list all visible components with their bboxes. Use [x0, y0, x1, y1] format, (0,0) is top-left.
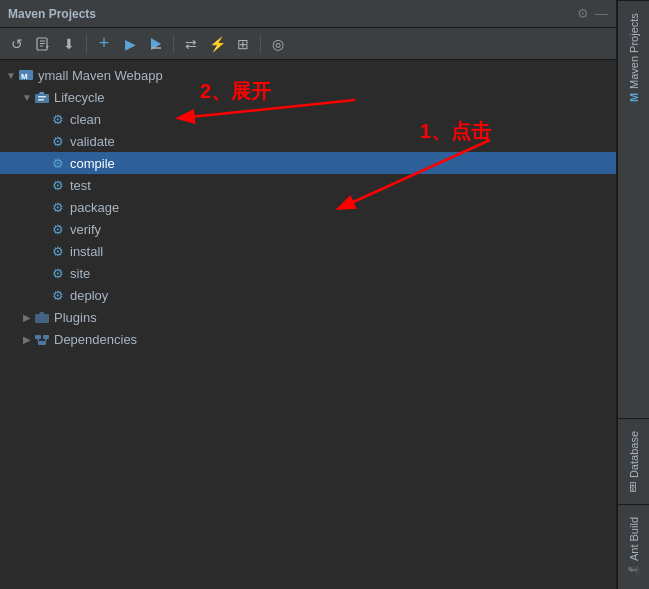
grid-button[interactable]: ⊞	[232, 33, 254, 55]
settings-title-icon[interactable]: ⚙	[577, 6, 589, 21]
sidebar-tab-maven-label: Maven Projects	[628, 13, 640, 89]
sidebar-tab-maven[interactable]: M Maven Projects	[618, 0, 649, 114]
sidebar-tab-ant[interactable]: 🐜 Ant Build	[618, 504, 649, 589]
spark-button[interactable]: ⚡	[206, 33, 228, 55]
add-button[interactable]: +	[93, 33, 115, 55]
title-bar: Maven Projects ⚙ —	[0, 0, 616, 28]
test-item[interactable]: ⚙ test	[0, 174, 616, 196]
clean-item[interactable]: ⚙ clean	[0, 108, 616, 130]
refresh-button[interactable]: ↺	[6, 33, 28, 55]
install-item[interactable]: ⚙ install	[0, 240, 616, 262]
sidebar-tab-database[interactable]: 🗄 Database	[618, 418, 649, 504]
package-icon: ⚙	[50, 199, 66, 215]
site-item[interactable]: ⚙ site	[0, 262, 616, 284]
install-label: install	[70, 244, 103, 259]
svg-rect-9	[38, 96, 46, 98]
panel-title: Maven Projects	[8, 7, 96, 21]
compile-icon: ⚙	[50, 155, 66, 171]
dependencies-expand-arrow[interactable]	[20, 332, 34, 346]
download-button[interactable]: ⬇	[58, 33, 80, 55]
maven-projects-panel: Maven Projects ⚙ — ↺ ⬇ + ▶	[0, 0, 617, 589]
svg-rect-14	[38, 341, 46, 345]
right-sidebar: M Maven Projects 🗄 Database 🐜 Ant Build	[617, 0, 649, 589]
tree-area: M ymall Maven Webapp Lifecycle ⚙ clean	[0, 60, 616, 589]
reimport-button[interactable]	[32, 33, 54, 55]
dependencies-label: Dependencies	[54, 332, 137, 347]
toggle-button[interactable]: ⇄	[180, 33, 202, 55]
sidebar-tab-ant-label: Ant Build	[628, 517, 640, 561]
test-label: test	[70, 178, 91, 193]
test-icon: ⚙	[50, 177, 66, 193]
clean-icon: ⚙	[50, 111, 66, 127]
dependencies-item[interactable]: Dependencies	[0, 328, 616, 350]
verify-item[interactable]: ⚙ verify	[0, 218, 616, 240]
lifecycle-folder-icon	[34, 89, 50, 105]
verify-icon: ⚙	[50, 221, 66, 237]
plugins-expand-arrow[interactable]	[20, 310, 34, 324]
title-icons: ⚙ —	[577, 6, 608, 21]
validate-item[interactable]: ⚙ validate	[0, 130, 616, 152]
lifecycle-label: Lifecycle	[54, 90, 105, 105]
site-label: site	[70, 266, 90, 281]
validate-label: validate	[70, 134, 115, 149]
maven-icon: M	[18, 67, 34, 83]
validate-icon: ⚙	[50, 133, 66, 149]
svg-rect-8	[35, 94, 49, 103]
minimize-icon[interactable]: —	[595, 6, 608, 21]
reimport-icon	[35, 36, 51, 52]
plugins-label: Plugins	[54, 310, 97, 325]
separator-3	[260, 35, 261, 53]
clean-label: clean	[70, 112, 101, 127]
svg-rect-10	[38, 99, 44, 101]
deploy-icon: ⚙	[50, 287, 66, 303]
compile-item[interactable]: ⚙ compile	[0, 152, 616, 174]
root-expand-arrow[interactable]	[4, 68, 18, 82]
run-button[interactable]: ▶	[119, 33, 141, 55]
toolbar: ↺ ⬇ + ▶ ⇄ ⚡ ⊞ ◎	[0, 28, 616, 60]
lifecycle-expand-arrow[interactable]	[20, 90, 34, 104]
sidebar-tab-database-label: Database	[628, 431, 640, 478]
svg-rect-12	[35, 335, 41, 339]
svg-rect-11	[35, 314, 49, 323]
root-label: ymall Maven Webapp	[38, 68, 163, 83]
run-config-icon	[148, 36, 164, 52]
deploy-item[interactable]: ⚙ deploy	[0, 284, 616, 306]
package-item[interactable]: ⚙ package	[0, 196, 616, 218]
lifecycle-item[interactable]: Lifecycle	[0, 86, 616, 108]
verify-label: verify	[70, 222, 101, 237]
plugins-item[interactable]: Plugins	[0, 306, 616, 328]
svg-rect-13	[43, 335, 49, 339]
tree-root[interactable]: M ymall Maven Webapp	[0, 64, 616, 86]
site-icon: ⚙	[50, 265, 66, 281]
separator-2	[173, 35, 174, 53]
deploy-label: deploy	[70, 288, 108, 303]
compile-label: compile	[70, 156, 115, 171]
run-config-button[interactable]	[145, 33, 167, 55]
separator-1	[86, 35, 87, 53]
plugins-icon	[34, 309, 50, 325]
install-icon: ⚙	[50, 243, 66, 259]
target-button[interactable]: ◎	[267, 33, 289, 55]
package-label: package	[70, 200, 119, 215]
svg-text:M: M	[21, 72, 28, 81]
dependencies-icon	[34, 331, 50, 347]
